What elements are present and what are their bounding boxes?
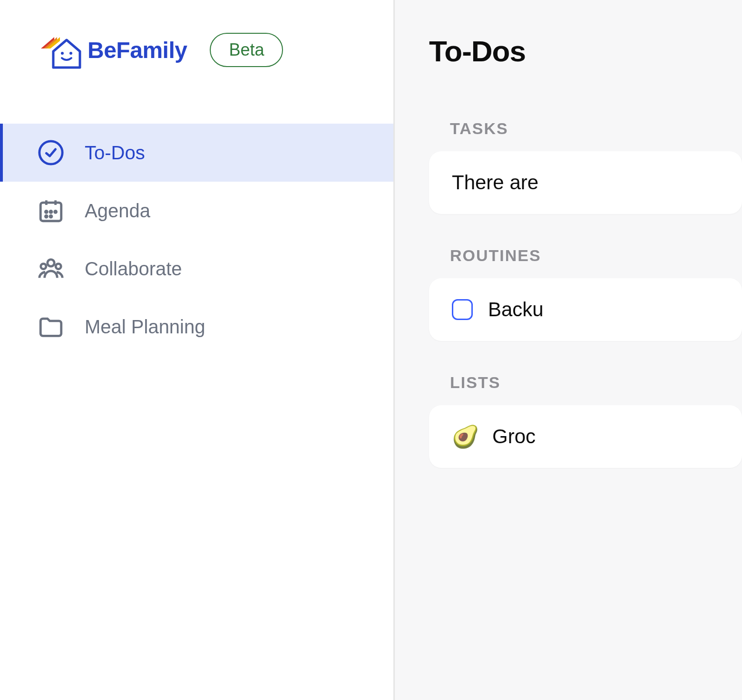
logo[interactable]: BeFamily bbox=[31, 29, 187, 71]
tasks-card: There are bbox=[429, 151, 742, 214]
svg-point-10 bbox=[50, 215, 52, 217]
svg-point-0 bbox=[61, 52, 64, 55]
sidebar-item-label: To-Dos bbox=[85, 142, 145, 164]
people-icon bbox=[37, 255, 65, 282]
logo-icon bbox=[31, 29, 84, 71]
svg-point-8 bbox=[55, 211, 57, 213]
svg-point-11 bbox=[48, 260, 55, 267]
list-item[interactable]: 🥑 Groc bbox=[452, 425, 742, 448]
sidebar-item-todos[interactable]: To-Dos bbox=[0, 124, 393, 182]
svg-point-12 bbox=[41, 264, 46, 269]
avocado-icon: 🥑 bbox=[452, 426, 479, 447]
sidebar-item-agenda[interactable]: Agenda bbox=[0, 182, 393, 240]
check-circle-icon bbox=[37, 139, 65, 166]
svg-point-7 bbox=[50, 211, 52, 213]
routine-item[interactable]: Backu bbox=[452, 298, 742, 321]
sidebar-item-label: Meal Planning bbox=[85, 316, 205, 338]
routines-section-header: ROUTINES bbox=[429, 246, 742, 265]
tasks-empty-text: There are bbox=[452, 171, 742, 194]
routines-card: Backu bbox=[429, 278, 742, 341]
sidebar-item-label: Agenda bbox=[85, 200, 150, 222]
svg-point-6 bbox=[45, 211, 47, 213]
sidebar-item-collaborate[interactable]: Collaborate bbox=[0, 240, 393, 298]
sidebar-item-label: Collaborate bbox=[85, 258, 182, 280]
svg-point-1 bbox=[69, 52, 72, 55]
nav-list: To-Dos Agenda bbox=[0, 124, 393, 356]
svg-point-13 bbox=[56, 264, 61, 269]
folder-icon bbox=[37, 313, 65, 340]
svg-point-9 bbox=[45, 215, 47, 217]
routine-item-label: Backu bbox=[488, 298, 544, 321]
lists-section-header: LISTS bbox=[429, 373, 742, 392]
lists-card: 🥑 Groc bbox=[429, 405, 742, 468]
page-title: To-Dos bbox=[429, 34, 742, 68]
logo-area: BeFamily Beta bbox=[0, 0, 393, 71]
svg-point-2 bbox=[39, 141, 62, 164]
main-panel: To-Dos TASKS There are ROUTINES Backu LI… bbox=[395, 0, 742, 700]
list-item-label: Groc bbox=[492, 425, 536, 448]
sidebar-item-meal-planning[interactable]: Meal Planning bbox=[0, 298, 393, 356]
tasks-section-header: TASKS bbox=[429, 119, 742, 138]
beta-badge: Beta bbox=[210, 33, 283, 67]
routine-checkbox[interactable] bbox=[452, 299, 473, 320]
sidebar: BeFamily Beta To-Dos bbox=[0, 0, 395, 700]
brand-name: BeFamily bbox=[88, 37, 187, 63]
calendar-icon bbox=[37, 197, 65, 224]
